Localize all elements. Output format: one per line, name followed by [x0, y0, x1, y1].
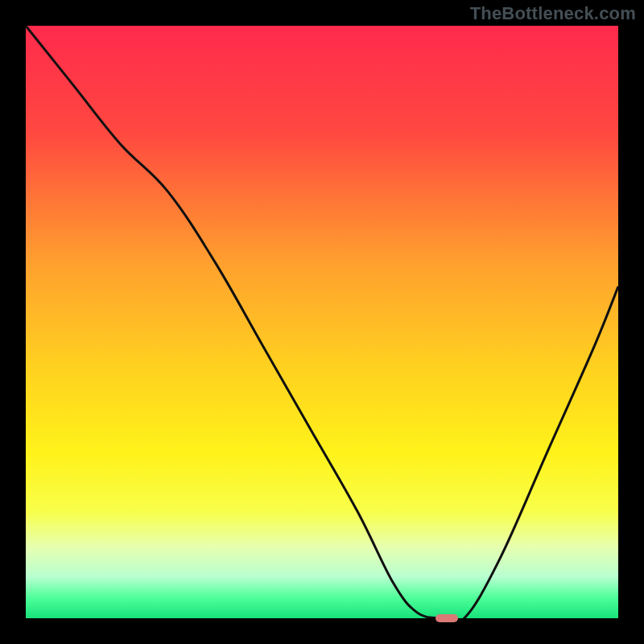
- optimal-marker: [436, 614, 458, 622]
- bottleneck-curve: [26, 26, 618, 618]
- watermark-text: TheBottleneck.com: [470, 3, 636, 24]
- plot-area: [26, 26, 618, 618]
- chart-frame: TheBottleneck.com: [0, 0, 644, 644]
